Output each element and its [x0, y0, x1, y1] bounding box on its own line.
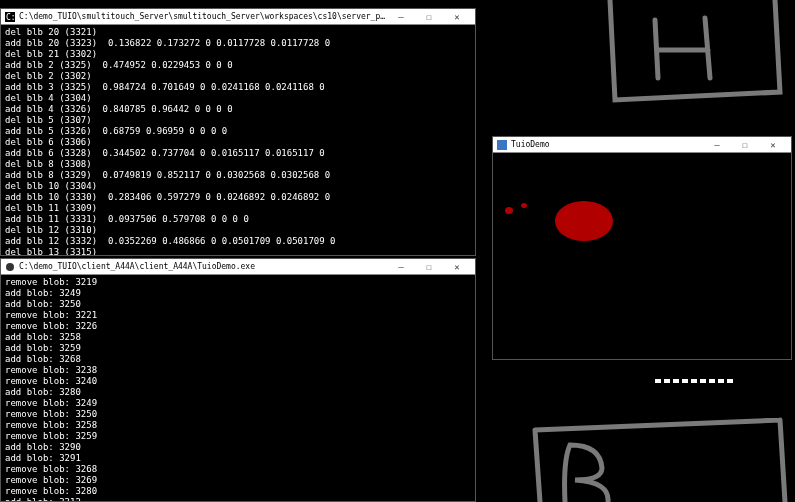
minimize-button[interactable]: —	[387, 259, 415, 274]
client-titlebar[interactable]: C:\demo_TUIO\client_A44A\client_A44A\Tui…	[1, 259, 475, 275]
touch-blob-small	[505, 207, 513, 214]
touch-blob-small	[521, 203, 527, 208]
console-line: del blb 21 (3302)	[5, 49, 471, 60]
console-line: add blob: 3259	[5, 343, 471, 354]
maximize-button[interactable]: ☐	[415, 9, 443, 24]
console-line: remove blob: 3221	[5, 310, 471, 321]
console-line: add blob: 3291	[5, 453, 471, 464]
touch-blob-large	[555, 201, 613, 241]
console-line: remove blob: 3240	[5, 376, 471, 387]
console-line: add blob: 3258	[5, 332, 471, 343]
console-line: remove blob: 3226	[5, 321, 471, 332]
console-line: add blb 20 (3323) 0.136822 0.173272 0 0.…	[5, 38, 471, 49]
console-line: del blb 10 (3304)	[5, 181, 471, 192]
server-console-window: C:\ C:\demo_TUIO\smultitouch_Server\smul…	[0, 8, 476, 256]
close-button[interactable]: ✕	[759, 137, 787, 152]
maximize-button[interactable]: ☐	[415, 259, 443, 274]
console-line: add blob: 3249	[5, 288, 471, 299]
console-line: del blb 20 (3321)	[5, 27, 471, 38]
svg-rect-3	[497, 140, 507, 150]
console-line: remove blob: 3249	[5, 398, 471, 409]
server-console-body[interactable]: del blb 20 (3321)add blb 20 (3323) 0.136…	[1, 25, 475, 255]
server-title: C:\demo_TUIO\smultitouch_Server\smultito…	[19, 12, 387, 21]
console-line: del blb 11 (3309)	[5, 203, 471, 214]
console-line: remove blob: 3268	[5, 464, 471, 475]
tuiodemo-titlebar[interactable]: TuioDemo — ☐ ✕	[493, 137, 791, 153]
tuiodemo-window: TuioDemo — ☐ ✕	[492, 136, 792, 360]
console-line: del blb 2 (3302)	[5, 71, 471, 82]
client-console-body[interactable]: remove blob: 3219add blob: 3249add blob:…	[1, 275, 475, 501]
console-line: del blb 8 (3308)	[5, 159, 471, 170]
console-line: add blob: 3290	[5, 442, 471, 453]
console-line: del blb 13 (3315)	[5, 247, 471, 255]
console-line: add blb 4 (3326) 0.840785 0.96442 0 0 0 …	[5, 104, 471, 115]
console-line: add blob: 3312	[5, 497, 471, 501]
cmd-icon	[5, 262, 15, 272]
console-line: del blb 5 (3307)	[5, 115, 471, 126]
minimize-button[interactable]: —	[703, 137, 731, 152]
console-line: remove blob: 3259	[5, 431, 471, 442]
maximize-button[interactable]: ☐	[731, 137, 759, 152]
console-line: del blb 6 (3306)	[5, 137, 471, 148]
app-icon	[497, 140, 507, 150]
svg-point-2	[6, 263, 14, 271]
svg-text:C:\: C:\	[6, 13, 15, 22]
console-line: remove blob: 3250	[5, 409, 471, 420]
console-line: add blb 5 (3326) 0.68759 0.96959 0 0 0 0	[5, 126, 471, 137]
console-line: add blb 11 (3331) 0.0937506 0.579708 0 0…	[5, 214, 471, 225]
console-line: add blb 12 (3332) 0.0352269 0.486866 0 0…	[5, 236, 471, 247]
tuiodemo-title: TuioDemo	[511, 140, 703, 149]
server-titlebar[interactable]: C:\ C:\demo_TUIO\smultitouch_Server\smul…	[1, 9, 475, 25]
close-button[interactable]: ✕	[443, 9, 471, 24]
console-line: del blb 4 (3304)	[5, 93, 471, 104]
close-button[interactable]: ✕	[443, 259, 471, 274]
console-line: remove blob: 3258	[5, 420, 471, 431]
console-line: add blb 6 (3328) 0.344502 0.737704 0 0.0…	[5, 148, 471, 159]
client-console-window: C:\demo_TUIO\client_A44A\client_A44A\Tui…	[0, 258, 476, 502]
tuiodemo-canvas[interactable]	[493, 153, 791, 359]
console-line: add blb 2 (3325) 0.474952 0.0229453 0 0 …	[5, 60, 471, 71]
console-line: remove blob: 3269	[5, 475, 471, 486]
cmd-icon: C:\	[5, 12, 15, 22]
console-line: add blob: 3268	[5, 354, 471, 365]
console-line: remove blob: 3238	[5, 365, 471, 376]
console-line: remove blob: 3280	[5, 486, 471, 497]
console-line: add blob: 3280	[5, 387, 471, 398]
console-line: add blb 8 (3329) 0.0749819 0.852117 0 0.…	[5, 170, 471, 181]
console-line: add blb 10 (3330) 0.283406 0.597279 0 0.…	[5, 192, 471, 203]
console-line: add blb 3 (3325) 0.984724 0.701649 0 0.0…	[5, 82, 471, 93]
minimize-button[interactable]: —	[387, 9, 415, 24]
console-line: del blb 12 (3310)	[5, 225, 471, 236]
console-line: add blob: 3250	[5, 299, 471, 310]
console-line: remove blob: 3219	[5, 277, 471, 288]
client-title: C:\demo_TUIO\client_A44A\client_A44A\Tui…	[19, 262, 387, 271]
desktop-dots	[655, 375, 736, 385]
